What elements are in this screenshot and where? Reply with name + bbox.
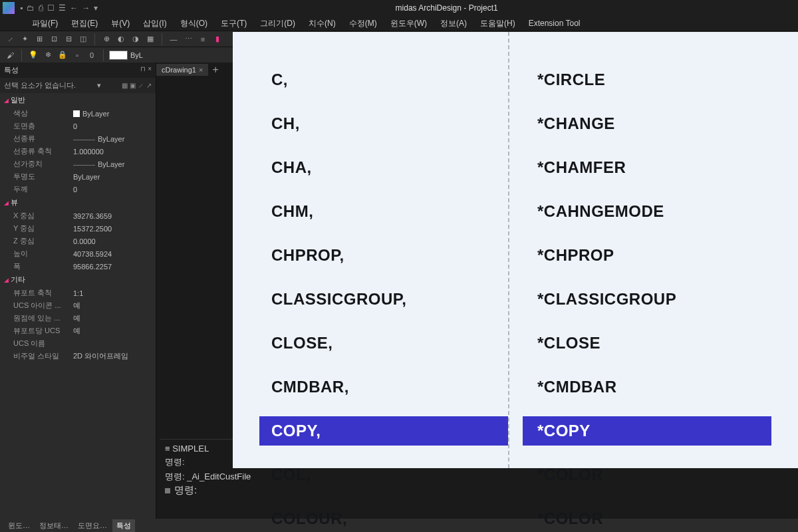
tool-icon[interactable]: ▫ [71, 49, 83, 61]
alias-item[interactable]: *CLOSE [523, 329, 771, 358]
pin-icon[interactable]: ⊓ × [140, 65, 152, 75]
tool-icon[interactable]: ⟋ [4, 33, 16, 45]
group-general[interactable]: 일반 [0, 93, 156, 107]
menu-tools[interactable]: 도구(T) [215, 17, 252, 31]
menu-file[interactable]: 파일(F) [27, 17, 63, 31]
group-view[interactable]: 뷰 [0, 196, 156, 209]
statusbar-tab[interactable]: 도면요… [74, 519, 111, 532]
alias-item[interactable]: CMDBAR, [259, 372, 508, 402]
alias-item[interactable]: COLOUR, [259, 504, 508, 532]
alias-item[interactable]: *COLOR [523, 504, 771, 532]
property-row[interactable]: 폭95866.2257 [0, 260, 156, 273]
close-icon[interactable]: × [199, 66, 203, 74]
tool-icon[interactable]: ✦ [19, 33, 31, 45]
alias-item[interactable]: *CHAMFER [523, 153, 771, 182]
tool-icon[interactable]: ▦ [144, 33, 156, 45]
property-row[interactable]: 뷰포트 축척1:1 [0, 287, 156, 299]
menu-format[interactable]: 형식(O) [175, 17, 213, 31]
statusbar-tab[interactable]: 윈도… [4, 519, 34, 532]
menu-extension[interactable]: Extension Tool [523, 17, 586, 29]
tool-icon[interactable]: — [168, 33, 180, 45]
menu-view[interactable]: 뷰(V) [106, 17, 135, 31]
menu-window[interactable]: 윈도우(W) [385, 17, 432, 31]
save-icon[interactable]: ⎙ [39, 3, 43, 13]
property-label: 비주얼 스타일 [13, 351, 73, 361]
property-row[interactable]: 두께0 [0, 183, 156, 196]
color-swatch[interactable] [109, 51, 128, 60]
new-icon[interactable]: ▪ [20, 3, 23, 13]
alias-item[interactable]: *CMDBAR [523, 372, 771, 402]
property-row[interactable]: 뷰포트당 UCS예 [0, 325, 156, 337]
arrow-icon[interactable]: ↗ [146, 82, 152, 89]
alias-item[interactable]: *CLASSICGROUP [523, 285, 771, 314]
property-row[interactable]: UCS 아이콘 ...예 [0, 299, 156, 312]
menu-draw[interactable]: 그리기(D) [255, 17, 301, 31]
tool-icon[interactable]: 0 [86, 49, 98, 61]
alias-item[interactable]: CLOSE, [259, 329, 508, 358]
tool-icon[interactable]: ≡ [197, 33, 209, 45]
alias-item[interactable]: C, [259, 65, 508, 94]
tool-icon[interactable]: ⊞ [33, 33, 45, 45]
statusbar-tab-active[interactable]: 특성 [112, 519, 135, 532]
open-icon[interactable]: 🗀 [27, 3, 35, 13]
alias-item[interactable]: CHA, [259, 153, 508, 182]
menu-insert[interactable]: 삽입(I) [138, 17, 172, 31]
tool-icon[interactable]: 💡 [27, 49, 39, 61]
property-row[interactable]: 선종류———ByLayer [0, 132, 156, 145]
menu-edit[interactable]: 편집(E) [66, 17, 103, 31]
group-misc[interactable]: 기타 [0, 273, 156, 287]
property-row[interactable]: 비주얼 스타일2D 와이어프레임 [0, 350, 156, 362]
property-value: 40738.5924 [73, 249, 112, 259]
property-row[interactable]: 원점에 있는 ...예 [0, 312, 156, 325]
statusbar-tab[interactable]: 정보태… [35, 519, 72, 532]
alias-item[interactable]: *COPY [523, 416, 771, 446]
property-row[interactable]: 높이40738.5924 [0, 247, 156, 260]
tool-icon[interactable]: ◐ [115, 33, 127, 45]
property-row[interactable]: Y 중심15372.2500 [0, 222, 156, 235]
alias-item[interactable]: COPY, [259, 416, 508, 446]
alias-item[interactable]: CHPROP, [259, 241, 508, 270]
property-row[interactable]: UCS 이름 [0, 337, 156, 350]
menu-info[interactable]: 정보(A) [435, 17, 472, 31]
tool-icon[interactable]: 🔒 [57, 49, 68, 61]
dropdown-icon[interactable]: ▾ [97, 81, 101, 90]
menu-dimension[interactable]: 치수(N) [303, 17, 341, 31]
property-row[interactable]: Z 중심0.0000 [0, 235, 156, 247]
add-tab-icon[interactable]: + [208, 63, 222, 77]
redo-icon[interactable]: → [82, 3, 90, 13]
filter-icon[interactable]: ▦ [122, 82, 128, 89]
select-icon[interactable]: ▣ [130, 82, 136, 89]
property-row[interactable]: 도면층0 [0, 120, 156, 132]
alias-item[interactable]: CLASSICGROUP, [259, 285, 508, 314]
menu-help[interactable]: 도움말(H) [475, 17, 521, 31]
export-icon[interactable]: ☐ [47, 3, 55, 13]
alias-item[interactable]: *CIRCLE [523, 65, 771, 94]
tool-icon[interactable]: ⋯ [182, 33, 194, 45]
property-row[interactable]: X 중심39276.3659 [0, 209, 156, 222]
tool-icon[interactable]: ⊕ [100, 33, 112, 45]
document-tab[interactable]: cDrawing1 × [156, 64, 208, 76]
tool-icon[interactable]: ▮ [211, 33, 223, 45]
property-row[interactable]: 색상ByLayer [0, 107, 156, 120]
layers-icon[interactable]: ☰ [59, 3, 66, 13]
tool-icon[interactable]: ⊡ [48, 33, 60, 45]
menu-modify[interactable]: 수정(M) [344, 17, 382, 31]
pick-icon[interactable]: ⟋ [138, 82, 144, 89]
alias-item[interactable]: COL, [259, 460, 508, 489]
tool-icon[interactable]: ◫ [77, 33, 89, 45]
alias-item[interactable]: CH, [259, 109, 508, 138]
alias-item[interactable]: *CHPROP [523, 241, 771, 270]
brush-icon[interactable]: 🖌 [4, 49, 16, 61]
alias-item[interactable]: *COLOR [523, 460, 771, 489]
tool-icon[interactable]: ◑ [130, 33, 142, 45]
alias-item[interactable]: CHM, [259, 197, 508, 226]
tool-icon[interactable]: ⊟ [63, 33, 74, 45]
alias-item[interactable]: *CHANGE [523, 109, 771, 138]
property-row[interactable]: 선종류 축척1.000000 [0, 145, 156, 158]
tool-icon[interactable]: ❄ [42, 49, 54, 61]
undo-icon[interactable]: ← [70, 3, 78, 13]
alias-item[interactable]: *CAHNGEMODE [523, 197, 771, 226]
property-value: ByLayer [73, 172, 100, 182]
property-row[interactable]: 투명도ByLayer [0, 170, 156, 183]
property-row[interactable]: 선가중치———ByLayer [0, 158, 156, 170]
